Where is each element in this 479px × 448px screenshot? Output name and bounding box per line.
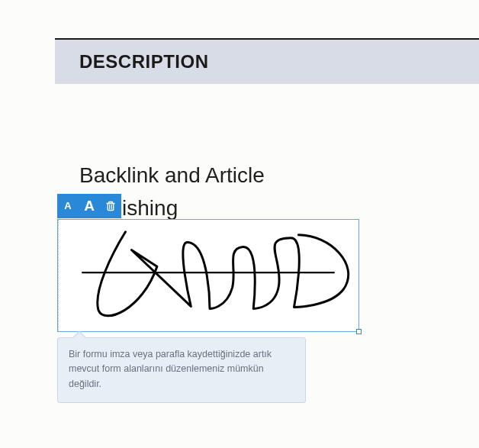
section-header: DESCRIPTION — [55, 38, 479, 84]
svg-text:A: A — [84, 198, 95, 214]
section-header-title: DESCRIPTION — [79, 51, 209, 73]
signature-drawing — [58, 220, 358, 331]
signature-info-tooltip: Bir formu imza veya parafla kaydettiğini… — [57, 337, 306, 403]
signature-left-guide — [58, 220, 59, 331]
tooltip-text: Bir formu imza veya parafla kaydettiğini… — [69, 349, 272, 389]
signature-toolbar: A A — [57, 194, 121, 218]
trash-icon — [104, 200, 117, 212]
tooltip-arrow — [73, 331, 86, 344]
letter-a-small-icon: A — [60, 198, 76, 214]
svg-text:A: A — [64, 200, 72, 211]
signature-field[interactable] — [57, 219, 359, 332]
document-page: DESCRIPTION Backlink and Article Publish… — [55, 38, 479, 225]
delete-signature-button[interactable] — [100, 194, 121, 218]
content-line-1: Backlink and Article — [79, 159, 479, 192]
section-content: Backlink and Article Publishing A A — [55, 84, 479, 225]
letter-a-large-icon: A — [80, 197, 98, 215]
font-increase-button[interactable]: A — [79, 194, 100, 218]
resize-handle[interactable] — [356, 329, 362, 334]
font-decrease-button[interactable]: A — [57, 194, 79, 218]
